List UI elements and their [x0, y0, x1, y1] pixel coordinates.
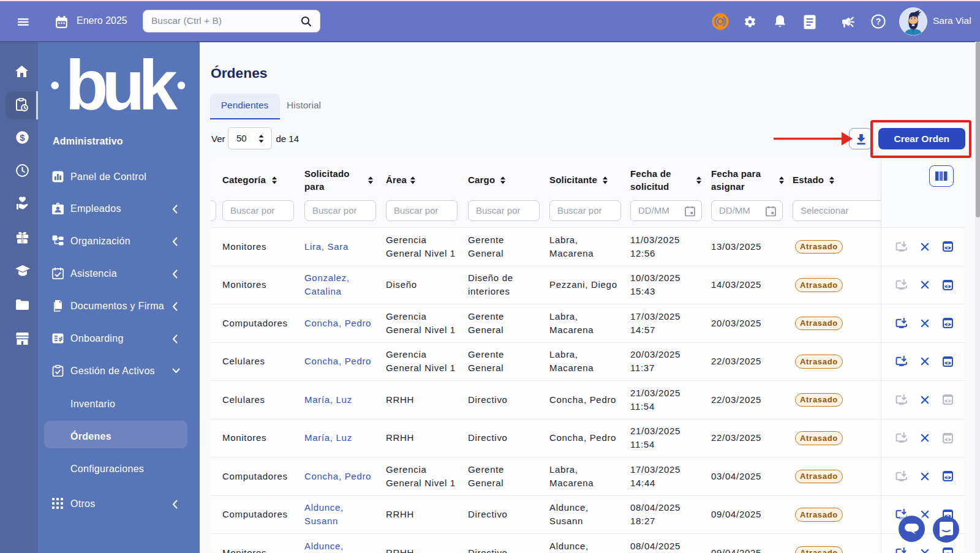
svg-text:$: $ — [20, 132, 25, 143]
svg-text:?: ? — [876, 17, 881, 26]
svg-text:buk: buk — [66, 56, 178, 113]
